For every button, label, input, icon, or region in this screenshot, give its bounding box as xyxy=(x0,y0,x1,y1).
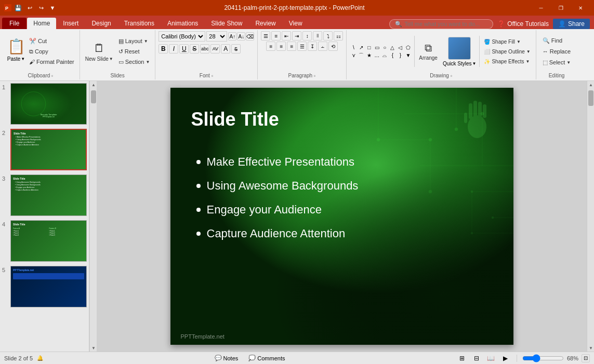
section-btn[interactable]: ▭ Section ▼ xyxy=(116,57,152,66)
bullet-list-btn[interactable]: ☰ xyxy=(261,31,270,41)
font-family-select[interactable]: Calibri (Body) xyxy=(159,31,205,42)
redo-qat-btn[interactable]: ↪ xyxy=(36,3,46,12)
shape-triangle-btn[interactable]: △ xyxy=(389,44,396,51)
increase-indent-btn[interactable]: ⇥ xyxy=(292,31,301,41)
vertical-align-btn[interactable]: ⫠ xyxy=(318,42,327,51)
shape-fill-btn[interactable]: 🪣 Shape Fill ▼ xyxy=(482,37,532,46)
columns-btn[interactable]: ⫴ xyxy=(313,31,322,41)
shape-line-btn[interactable]: \ xyxy=(350,44,357,51)
main-scroll-down[interactable]: ▼ xyxy=(587,344,594,352)
numbered-list-btn[interactable]: ≡ xyxy=(271,31,281,41)
underline-btn[interactable]: U xyxy=(179,44,189,53)
tab-home[interactable]: Home xyxy=(27,18,56,29)
shape-arc-btn[interactable]: ⌓ xyxy=(381,52,388,59)
line-spacing-btn[interactable]: ↕ xyxy=(302,31,312,41)
find-btn[interactable]: 🔍 Find xyxy=(539,35,574,46)
shape-more-btn[interactable]: … xyxy=(373,52,380,59)
slide-thumb-2[interactable]: 2 Slide Title • Make Effective Presentat… xyxy=(2,129,87,170)
convert-smartart-btn[interactable]: ⟲ xyxy=(328,42,338,51)
office-tutorials-btn[interactable]: ❓ Office Tutorials xyxy=(497,20,549,28)
restore-btn[interactable]: ❐ xyxy=(551,0,570,16)
font-expand[interactable]: ⬦ xyxy=(211,73,214,78)
accessibility-btn[interactable]: 🔔 xyxy=(37,355,43,361)
new-slide-dropdown[interactable]: ▼ xyxy=(109,57,113,61)
main-slide-canvas[interactable]: Slide Title Make Effective Presentations… xyxy=(170,88,513,345)
italic-btn[interactable]: I xyxy=(169,44,178,53)
minimize-btn[interactable]: ─ xyxy=(532,0,550,16)
shape-rect-btn[interactable]: □ xyxy=(365,44,373,51)
font-color-btn[interactable]: A xyxy=(221,44,230,53)
reading-view-btn[interactable]: 📖 xyxy=(485,354,497,363)
shape-star-btn[interactable]: ★ xyxy=(365,52,373,59)
shape-effects-dropdown[interactable]: ▼ xyxy=(526,59,530,64)
shape-fill-dropdown[interactable]: ▼ xyxy=(517,39,521,44)
shape-chevron-btn[interactable]: ⋎ xyxy=(350,52,357,59)
paste-dropdown[interactable]: ▼ xyxy=(21,57,25,61)
undo-qat-btn[interactable]: ↩ xyxy=(25,3,34,12)
align-left-btn[interactable]: ≡ xyxy=(266,42,275,51)
tell-me-input[interactable] xyxy=(404,21,487,27)
clipboard-expand[interactable]: ⬦ xyxy=(51,73,54,78)
select-dropdown[interactable]: ▼ xyxy=(566,60,571,65)
tab-file[interactable]: File xyxy=(2,18,27,29)
shape-pentagon-btn[interactable]: ⬠ xyxy=(404,44,412,51)
new-slide-btn[interactable]: 🗒 New Slide ▼ xyxy=(83,37,115,66)
tab-design[interactable]: Design xyxy=(85,18,117,29)
quick-styles-dropdown[interactable]: ▼ xyxy=(472,61,476,66)
zoom-slider[interactable] xyxy=(522,355,564,361)
slide-sorter-btn[interactable]: ⊟ xyxy=(471,354,482,363)
panel-scroll-up[interactable]: ▲ xyxy=(90,81,97,88)
shape-brace-btn[interactable]: } xyxy=(397,52,404,59)
shape-circle-btn[interactable]: ○ xyxy=(381,44,388,51)
customize-qat-btn[interactable]: ▼ xyxy=(48,3,57,12)
shape-round-rect-btn[interactable]: ▭ xyxy=(373,44,380,51)
tab-transitions[interactable]: Transitions xyxy=(118,18,161,29)
char-spacing-btn[interactable]: AV xyxy=(210,44,220,53)
text-direction-btn[interactable]: ↧ xyxy=(308,42,317,51)
clear-format-btn[interactable]: ⌫ xyxy=(246,32,254,41)
text-shadow-btn[interactable]: S̶ xyxy=(231,44,241,53)
quick-styles-btn[interactable]: Quick Styles ▼ xyxy=(442,36,478,68)
slide-title[interactable]: Slide Title xyxy=(191,109,279,130)
decrease-font-btn[interactable]: A↓ xyxy=(237,32,245,41)
paste-btn[interactable]: 📋 Paste ▼ xyxy=(5,35,27,64)
smart-art-btn[interactable]: ⚏ xyxy=(334,31,343,41)
text-dir-btn[interactable]: ⤵ xyxy=(323,31,333,41)
save-qat-btn[interactable]: 💾 xyxy=(14,3,23,12)
shape-curve-btn[interactable]: ⌒ xyxy=(358,52,365,59)
shape-scroll-down-btn[interactable]: ▼ xyxy=(404,52,412,59)
layout-dropdown[interactable]: ▼ xyxy=(144,39,148,44)
normal-view-btn[interactable]: ⊞ xyxy=(456,354,468,363)
panel-scroll-down[interactable]: ▼ xyxy=(90,344,97,352)
decrease-indent-btn[interactable]: ⇤ xyxy=(282,31,291,41)
tab-slideshow[interactable]: Slide Show xyxy=(205,18,248,29)
main-scroll-up[interactable]: ▲ xyxy=(587,81,594,88)
slide-thumb-1[interactable]: 1 xyxy=(2,83,87,125)
slideshow-view-btn[interactable]: ▶ xyxy=(500,354,511,363)
section-dropdown[interactable]: ▼ xyxy=(146,60,150,64)
tab-insert[interactable]: Insert xyxy=(57,18,85,29)
shape-outline-btn[interactable]: ⬜ Shape Outline ▼ xyxy=(482,47,532,56)
fit-window-btn[interactable]: ⊡ xyxy=(582,354,590,362)
slide-thumb-4[interactable]: 4 Slide Title Feature A • Point 1 • Poin… xyxy=(2,220,87,262)
increase-font-btn[interactable]: A↑ xyxy=(228,32,236,41)
shape-effects-btn[interactable]: ✨ Shape Effects ▼ xyxy=(482,57,532,66)
shape-arrow-btn[interactable]: ↗ xyxy=(358,44,365,51)
font-size-select[interactable]: 28 xyxy=(206,31,227,42)
strikethrough-btn[interactable]: S xyxy=(190,44,199,53)
comments-btn[interactable]: 💭 Comments xyxy=(245,354,288,362)
arrange-btn[interactable]: ⧉ Arrange xyxy=(417,37,440,66)
select-btn[interactable]: ⬚ Select ▼ xyxy=(539,57,574,68)
paragraph-expand[interactable]: ⬦ xyxy=(313,73,316,78)
align-center-btn[interactable]: ≡ xyxy=(276,42,286,51)
copy-btn[interactable]: ⧉ Copy xyxy=(27,47,76,56)
shape-bracket-btn[interactable]: { xyxy=(389,52,396,59)
notes-btn[interactable]: 💬 Notes xyxy=(212,354,242,362)
tab-view[interactable]: View xyxy=(283,18,309,29)
bold-btn[interactable]: B xyxy=(159,44,168,53)
format-painter-btn[interactable]: 🖌 Format Painter xyxy=(27,57,76,66)
tab-animations[interactable]: Animations xyxy=(161,18,204,29)
layout-btn[interactable]: ▤ Layout ▼ xyxy=(116,36,152,46)
close-btn[interactable]: ✕ xyxy=(571,0,590,16)
slide-thumb-3[interactable]: 3 Slide Title • Using Awesome Background… xyxy=(2,174,87,216)
